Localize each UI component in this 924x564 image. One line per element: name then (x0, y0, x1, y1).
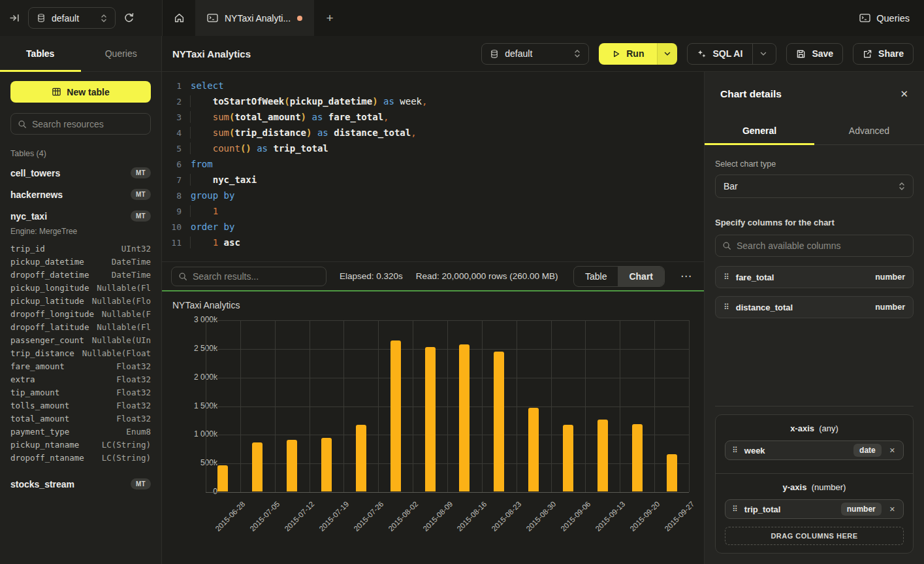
bar[interactable] (356, 425, 366, 491)
chart-type-selector[interactable]: Bar (715, 174, 914, 198)
database-selector[interactable]: default (28, 7, 116, 29)
topbar-right: Queries (859, 0, 924, 36)
sidebar-tab-tables[interactable]: Tables (0, 36, 81, 71)
column-name: trip_distance (10, 348, 74, 358)
tab-general[interactable]: General (705, 116, 814, 144)
results-search[interactable] (171, 267, 327, 286)
close-panel-button[interactable]: ✕ (900, 88, 908, 100)
chart-view-button[interactable]: Chart (618, 267, 664, 286)
column-row: payment_typeEnum8 (10, 425, 151, 438)
share-button[interactable]: Share (853, 43, 914, 65)
sql-editor[interactable]: 1select2 toStartOfWeek(pickup_datetime) … (162, 72, 704, 261)
bar[interactable] (632, 424, 643, 491)
x-axis-tick: 2015-08-23 (490, 500, 523, 533)
code-line: 3 sum(total_amount) as fare_total, (162, 109, 704, 125)
run-options-button[interactable] (658, 43, 677, 65)
drag-handle-icon[interactable]: ⠿ (732, 505, 738, 513)
available-columns-list: ⠿fare_totalnumber⠿distance_totalnumber (715, 266, 914, 326)
bar[interactable] (494, 352, 504, 491)
bar[interactable] (287, 440, 297, 491)
x-axis-tick: 2015-09-27 (663, 500, 695, 533)
bar[interactable] (597, 420, 608, 491)
table-row[interactable]: nyc_taxiMT (10, 205, 151, 227)
run-button[interactable]: Run (599, 43, 658, 65)
more-options-button[interactable]: ⋯ (678, 269, 695, 283)
bar[interactable] (459, 344, 470, 491)
available-column-card[interactable]: ⠿distance_totalnumber (715, 296, 914, 318)
save-button-label: Save (812, 48, 833, 59)
column-card-name: distance_total (736, 303, 793, 312)
x-axis-tick: 2015-08-09 (421, 500, 454, 533)
columns-search[interactable] (715, 235, 914, 257)
plus-icon: + (327, 11, 334, 25)
spacer (715, 326, 914, 406)
toolbar-database-selector[interactable]: default (481, 43, 589, 65)
remove-column-button[interactable]: ✕ (888, 446, 897, 455)
gridline-v (310, 320, 310, 492)
tab-advanced[interactable]: Advanced (814, 116, 924, 144)
new-tab-button[interactable]: + (314, 0, 345, 36)
resources-search-input[interactable] (32, 119, 144, 129)
x-axis-tick: 2015-08-16 (456, 500, 488, 533)
gridline-v (585, 320, 586, 492)
table-row[interactable]: hackernewsMT (10, 184, 151, 205)
search-icon (722, 241, 731, 250)
sql-ai-label: SQL AI (712, 48, 742, 59)
button-divider (752, 44, 753, 64)
play-icon (612, 50, 620, 58)
app-window: default NYTaxi Analyti.. (0, 0, 924, 564)
line-number: 9 (162, 207, 182, 216)
sql-ai-button[interactable]: SQL AI (687, 43, 776, 65)
bar[interactable] (321, 438, 332, 491)
code-text: from (182, 159, 213, 169)
chevron-down-icon (760, 52, 767, 56)
bar[interactable] (563, 425, 573, 491)
column-name: tolls_amount (10, 401, 69, 410)
table-engine: Engine: MergeTree (10, 227, 151, 236)
column-name: dropoff_ntaname (10, 453, 84, 463)
bar[interactable] (528, 408, 539, 491)
column-type: Nullable(F (102, 309, 151, 319)
bar[interactable] (425, 347, 436, 491)
column-row: dropoff_datetimeDateTime (10, 268, 151, 281)
column-name: dropoff_latitude (10, 322, 89, 332)
collapse-sidebar-button[interactable] (9, 12, 20, 24)
column-row: total_amountFloat32 (10, 412, 151, 425)
code-text: order by (182, 222, 234, 232)
gridline-v (689, 320, 690, 492)
drag-handle-icon[interactable]: ⠿ (732, 446, 738, 454)
remove-column-button[interactable]: ✕ (888, 505, 897, 514)
sidebar-tab-queries[interactable]: Queries (81, 36, 162, 71)
new-table-button[interactable]: New table (10, 81, 151, 103)
axis-column-chip[interactable]: ⠿weekdate✕ (725, 440, 904, 460)
chart-details-header: Chart details ✕ (705, 72, 924, 116)
toolbar-database-value: default (505, 48, 532, 59)
resources-search[interactable] (10, 113, 151, 135)
drop-zone[interactable]: DRAG COLUMNS HERE (725, 527, 904, 545)
drag-handle-icon[interactable]: ⠿ (724, 273, 729, 281)
available-column-card[interactable]: ⠿fare_totalnumber (715, 266, 914, 288)
bar[interactable] (667, 454, 677, 491)
axis-column-chip[interactable]: ⠿trip_totalnumber✕ (725, 499, 904, 519)
refresh-button[interactable] (123, 12, 135, 24)
bar[interactable] (390, 340, 401, 491)
home-button[interactable] (163, 0, 195, 36)
save-button[interactable]: Save (786, 43, 843, 65)
table-row[interactable]: stocks_streamMT (10, 473, 151, 495)
bar[interactable] (217, 465, 228, 491)
drag-handle-icon[interactable]: ⠿ (724, 303, 729, 311)
column-row: pickup_ntanameLC(String) (10, 438, 151, 451)
x-axis-tick: 2015-08-30 (525, 500, 558, 533)
results-search-input[interactable] (193, 271, 319, 282)
code-line: 4 sum(trip_distance) as distance_total, (162, 125, 704, 141)
queries-button[interactable]: Queries (859, 13, 910, 24)
bar[interactable] (252, 442, 263, 491)
code-line: 7 nyc_taxi (162, 172, 704, 188)
x-axis-tick: 2015-07-05 (249, 500, 281, 533)
table-row[interactable]: cell_towersMT (10, 162, 151, 184)
columns-search-input[interactable] (737, 241, 906, 251)
table-view-button[interactable]: Table (574, 267, 618, 286)
results-toolbar: Elapsed: 0.320s Read: 20,000,000 rows (2… (162, 261, 704, 290)
y-axis-label: y-axis (number) (725, 482, 904, 492)
tab-nytaxi-analytics[interactable]: NYTaxi Analyti... (195, 0, 314, 36)
